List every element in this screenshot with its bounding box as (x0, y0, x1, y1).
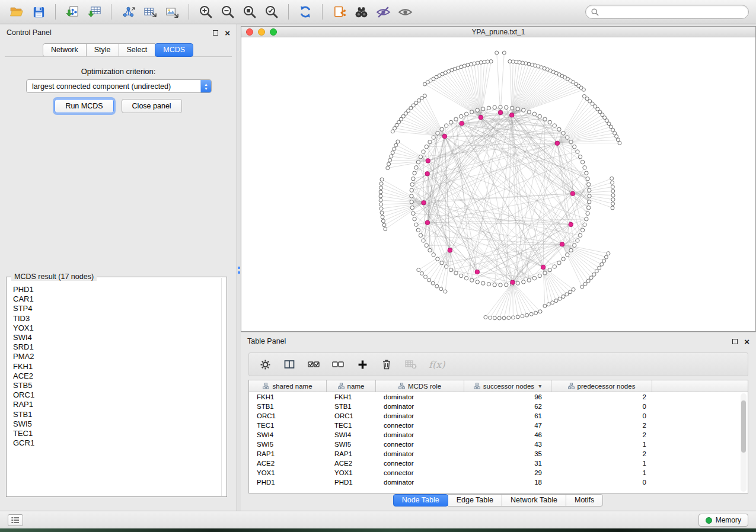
column-header-predecessor-nodes[interactable]: predecessor nodes (551, 380, 652, 392)
tab-network-table[interactable]: Network Table (502, 494, 566, 507)
eye-icon (398, 5, 413, 20)
mcds-result-item[interactable]: PHD1 (13, 285, 221, 294)
criterion-dropdown[interactable]: largest connected component (undirected)… (26, 79, 212, 93)
mcds-result-item[interactable]: YOX1 (13, 323, 221, 333)
network-canvas[interactable] (241, 37, 755, 331)
column-header-name[interactable]: name (327, 380, 376, 392)
table-row[interactable]: ORC1ORC1dominator610 (249, 411, 748, 421)
column-header-successor-nodes[interactable]: successor nodes▾ (464, 380, 551, 392)
tab-network[interactable]: Network (43, 43, 87, 57)
copy-document-icon (333, 5, 346, 19)
export-image-button[interactable] (162, 2, 181, 21)
table-cell: 18 (464, 479, 551, 486)
search-input[interactable] (602, 7, 743, 17)
open-session-button[interactable] (7, 2, 26, 21)
column-header-mcds-role[interactable]: MCDS role (376, 380, 464, 392)
table-row[interactable]: ACE2ACE2connector311 (249, 459, 748, 468)
memory-button[interactable]: Memory (698, 514, 748, 527)
mcds-result-item[interactable]: TEC1 (13, 429, 221, 438)
table-cell: dominator (376, 412, 464, 419)
table-row[interactable]: FKH1FKH1dominator962 (249, 392, 748, 402)
table-cell: YOX1 (327, 469, 376, 476)
export-network-button[interactable] (119, 2, 138, 21)
show-panels-button[interactable] (8, 514, 23, 526)
table-cell: dominator (376, 450, 464, 457)
select-all-button[interactable] (307, 358, 320, 371)
toolbar-separator (322, 4, 323, 20)
hide-selected-button[interactable] (374, 2, 393, 21)
toolbar-separator (189, 4, 189, 20)
tab-divider (5, 56, 232, 57)
add-column-button[interactable] (356, 358, 369, 371)
mcds-result-item[interactable]: STB1 (13, 410, 221, 419)
delete-table-button[interactable] (404, 358, 417, 371)
deselect-all-button[interactable] (331, 358, 344, 371)
mcds-result-item[interactable]: PMA2 (13, 352, 221, 361)
import-table-button[interactable] (85, 2, 104, 21)
table-row[interactable]: SWI5SWI5connector431 (249, 440, 748, 449)
column-header-shared-name[interactable]: shared name (249, 380, 327, 392)
status-bar: Memory (0, 511, 756, 528)
optimization-criterion-label: Optimization criterion: (0, 67, 237, 76)
close-table-panel-button[interactable]: × (744, 339, 749, 344)
mcds-result-item[interactable]: CAR1 (13, 294, 221, 304)
minimize-window-button[interactable] (258, 28, 265, 36)
dropdown-stepper-icon: ▲▼ (200, 80, 211, 92)
table-row[interactable]: YOX1YOX1connector291 (249, 468, 748, 477)
run-mcds-button[interactable]: Run MCDS (55, 99, 113, 113)
mcds-result-item[interactable]: STB5 (13, 381, 221, 390)
delete-column-button[interactable] (380, 358, 393, 371)
float-panel-button[interactable] (213, 30, 218, 36)
table-row[interactable]: SWI4SWI4dominator462 (249, 430, 748, 440)
search-network-button[interactable] (352, 2, 371, 21)
zoom-window-button[interactable] (270, 28, 277, 36)
function-builder-button[interactable]: f(x) (429, 359, 445, 370)
zoom-in-button[interactable] (196, 2, 215, 21)
float-table-panel-button[interactable] (732, 339, 738, 344)
refresh-view-button[interactable] (296, 2, 315, 21)
zoom-out-button[interactable] (218, 2, 237, 21)
show-hidden-button[interactable] (395, 2, 414, 21)
table-cell: 1 (551, 469, 652, 476)
mcds-scrollbar-track[interactable] (221, 278, 222, 496)
split-view-button[interactable] (283, 358, 296, 371)
mcds-result-item[interactable]: SRD1 (13, 342, 221, 352)
mcds-result-item[interactable]: ACE2 (13, 371, 221, 381)
zoom-fit-button[interactable] (240, 2, 259, 21)
mcds-result-item[interactable]: STP4 (13, 304, 221, 313)
splitter-grip[interactable] (238, 267, 240, 275)
tab-edge-table[interactable]: Edge Table (448, 494, 502, 507)
mcds-result-item[interactable]: TID3 (13, 314, 221, 323)
mcds-result-item[interactable]: ORC1 (13, 390, 221, 400)
mcds-result-item[interactable]: GCR1 (13, 438, 221, 448)
table-settings-button[interactable] (259, 358, 272, 371)
tab-node-table[interactable]: Node Table (393, 494, 448, 507)
import-network-button[interactable] (63, 2, 82, 21)
tab-motifs[interactable]: Motifs (566, 494, 603, 507)
table-scrollbar-thumb[interactable] (741, 400, 746, 453)
tab-mcds[interactable]: MCDS (155, 43, 193, 57)
network-titlebar[interactable]: YPA_prune.txt_1 (241, 27, 755, 37)
mcds-result-item[interactable]: RAP1 (13, 400, 221, 409)
table-row[interactable]: STB1STB1dominator620 (249, 402, 748, 411)
tab-style[interactable]: Style (86, 43, 119, 57)
table-row[interactable]: RAP1RAP1dominator352 (249, 449, 748, 459)
toolbar-separator (111, 4, 111, 20)
mcds-result-item[interactable]: SWI4 (13, 333, 221, 342)
table-row[interactable]: TEC1TEC1connector472 (249, 421, 748, 430)
table-panel-title: Table Panel (247, 337, 286, 345)
close-panel-button[interactable]: × (225, 30, 230, 36)
close-panel-button2[interactable]: Close panel (122, 99, 182, 113)
attribute-icon (474, 383, 480, 389)
export-table-button[interactable] (141, 2, 160, 21)
tab-select[interactable]: Select (119, 43, 156, 57)
zoom-selected-button[interactable] (262, 2, 281, 21)
table-row[interactable]: PHD1PHD1dominator180 (249, 477, 748, 487)
mcds-result-item[interactable]: SWI5 (13, 419, 221, 429)
search-box[interactable] (585, 5, 749, 19)
save-session-button[interactable] (29, 2, 48, 21)
close-window-button[interactable] (246, 28, 253, 36)
clone-network-button[interactable] (330, 2, 349, 21)
mcds-result-item[interactable]: FKH1 (13, 362, 221, 371)
table-scrollbar-track[interactable] (741, 393, 747, 492)
